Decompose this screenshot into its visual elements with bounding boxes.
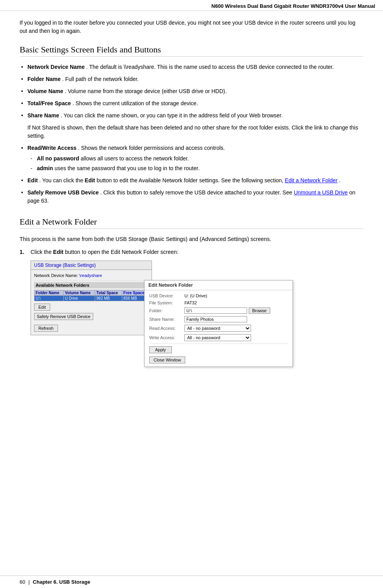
edit-writeaccess-label: Write Access:	[149, 335, 184, 340]
edit-usb-device-value: U: (U Drive)	[184, 293, 288, 298]
edit-folder-panel: Edit Network Folder USB Device: U: (U Dr…	[144, 280, 293, 367]
intro-paragraph: If you logged in to the router before yo…	[20, 19, 363, 35]
footer-page: 60	[20, 579, 25, 585]
edit-network-folder-link[interactable]: Edit a Network Folder	[285, 177, 338, 183]
section2-heading: Edit a Network Folder	[20, 217, 363, 229]
edit-usb-device-row: USB Device: U: (U Drive)	[149, 293, 288, 298]
edit-readaccess-select[interactable]: All - no password admin	[184, 325, 251, 332]
edit-panel-title: Edit Network Folder	[145, 281, 293, 290]
cell-folder: U:\	[34, 296, 64, 301]
edit-panel-buttons: Apply	[149, 346, 288, 355]
usb-basic-panel: USB Storage (Basic Settings) Network Dev…	[31, 261, 152, 335]
bullet-volume-name: Volume Name . Volume name from the stora…	[20, 87, 363, 95]
edit-folder-label: Folder:	[149, 308, 184, 313]
close-window-button[interactable]: Close Window	[149, 356, 185, 363]
usb-panel-body: Network Device Name: \readyshare Availab…	[31, 270, 152, 335]
edit-folder-row: Folder: Browse	[149, 307, 288, 314]
edit-folder-input[interactable]	[184, 307, 247, 314]
edit-filesystem-row: File System: FAT32	[149, 300, 288, 305]
access-sub-list: All no password allows all users to acce…	[27, 155, 363, 173]
unmount-usb-link[interactable]: Unmount a USB Drive	[294, 189, 348, 196]
safely-remove-button[interactable]: Safely Remove USB Device	[34, 313, 93, 320]
bullet-read-write-access: Read/Write Access . Shows the network fo…	[20, 144, 363, 173]
step-1-edit-label: Edit	[53, 249, 63, 255]
edit-readaccess-label: Read Access:	[149, 326, 184, 331]
refresh-row: Refresh	[34, 325, 148, 332]
edit-sharename-input[interactable]	[184, 316, 247, 322]
footer: 60 | Chapter 6. USB Storage	[0, 575, 383, 588]
network-device-name-row: Network Device Name: \readyshare	[34, 273, 148, 278]
bullet-share-name: Share Name . You can click the name show…	[20, 111, 363, 120]
edit-filesystem-label: File System:	[149, 300, 184, 305]
footer-chapter: Chapter 6. USB Storage	[33, 579, 90, 585]
footer-separator: |	[28, 579, 29, 585]
table-row[interactable]: U:\ U Drive 982 MB 856 MB	[34, 296, 148, 301]
network-device-name-label: Network Device Name:	[34, 273, 79, 278]
bullet-label-network: Network Device Name	[27, 64, 85, 70]
edit-sharename-row: Share Name:	[149, 316, 288, 322]
edit-readaccess-row: Read Access: All - no password admin	[149, 325, 288, 332]
folders-table: Folder Name Volume Name Total Space Free…	[34, 290, 148, 301]
section1-heading: Basic Settings Screen Fields and Buttons	[20, 45, 363, 57]
bullet-folder-name: Folder Name . Full path of the network f…	[20, 75, 363, 83]
safely-remove-row: Safely Remove USB Device	[34, 313, 148, 322]
sub-all-no-password: All no password allows all users to acce…	[27, 155, 363, 163]
bullet-safely-remove: Safely Remove USB Device . Click this bu…	[20, 189, 363, 205]
sub-admin: admin uses the same password that you us…	[27, 164, 363, 173]
cell-total: 982 MB	[95, 296, 122, 301]
bullet-total-free-space: Total/Free Space . Shows the current uti…	[20, 99, 363, 108]
edit-sharename-label: Share Name:	[149, 317, 184, 322]
close-btn-row: Close Window	[149, 356, 288, 363]
screenshot-area: USB Storage (Basic Settings) Network Dev…	[31, 261, 305, 335]
edit-writeaccess-row: Write Access: All - no password admin	[149, 334, 288, 341]
edit-btn-row: Edit	[34, 304, 148, 311]
apply-button[interactable]: Apply	[149, 346, 172, 353]
section1-bullets: Network Device Name . The default is \\r…	[20, 63, 363, 205]
page-header: N600 Wireless Dual Band Gigabit Router W…	[0, 0, 383, 11]
main-content: If you logged in to the router before yo…	[0, 11, 383, 347]
col-folder-name: Folder Name	[34, 290, 64, 296]
network-device-name-value[interactable]: \readyshare	[79, 273, 102, 278]
col-volume-name: Volume Name	[63, 290, 95, 296]
step-1-number: 1.	[20, 249, 27, 255]
bullet-network-device-name: Network Device Name . The default is \\r…	[20, 63, 363, 71]
browse-button[interactable]: Browse	[249, 307, 270, 314]
section2-intro: This process is the same from both the U…	[20, 235, 363, 243]
available-folders-header: Available Network Folders	[34, 282, 148, 288]
bullet-edit: Edit . You can click the Edit button to …	[20, 176, 363, 185]
col-total-space: Total Space	[95, 290, 122, 296]
edit-writeaccess-select[interactable]: All - no password admin	[184, 334, 251, 341]
edit-filesystem-value: FAT32	[184, 300, 288, 305]
share-name-note: If Not Shared is shown, then the default…	[20, 124, 363, 140]
step-1-text: Click the Edit button to open the Edit N…	[31, 249, 178, 255]
usb-panel-title: USB Storage (Basic Settings)	[31, 261, 152, 270]
edit-usb-device-label: USB Device:	[149, 293, 184, 298]
edit-button[interactable]: Edit	[34, 304, 50, 311]
step-1: 1. Click the Edit button to open the Edi…	[20, 249, 363, 255]
refresh-button[interactable]: Refresh	[34, 325, 58, 332]
edit-panel-body: USB Device: U: (U Drive) File System: FA…	[145, 290, 293, 367]
cell-volume: U Drive	[63, 296, 95, 301]
header-title: N600 Wireless Dual Band Gigabit Router W…	[211, 3, 375, 9]
